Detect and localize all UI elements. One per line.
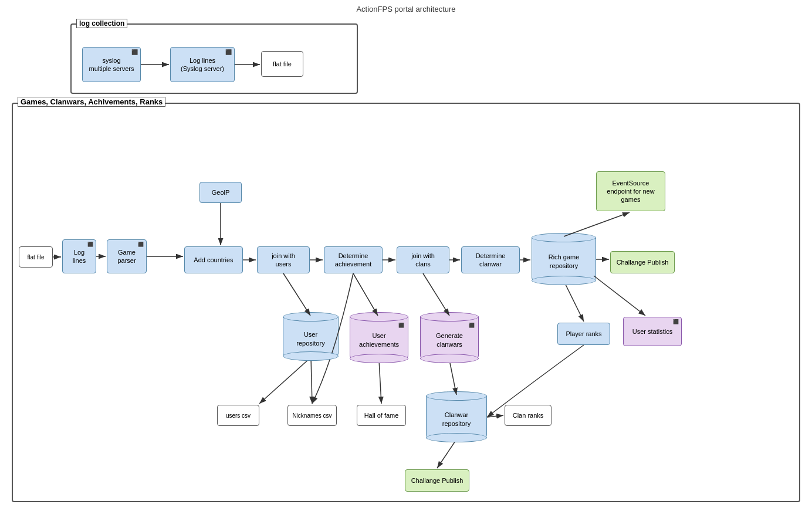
join-clans-node: join with clans	[397, 246, 449, 273]
determine-achievement-node: Determine achievement	[324, 246, 383, 273]
syslog-node: ⬛ syslog multiple servers	[82, 47, 141, 82]
determine-clanwar-node: Determine clanwar	[461, 246, 520, 273]
main-box: Games, Clanwars, Achivements, Ranks	[12, 103, 800, 502]
challenge-publish-top-node: Challange Publish	[610, 251, 675, 273]
log-collection-label: log collection	[76, 19, 127, 28]
user-achievements-node: ⬛ User achievements	[350, 317, 408, 359]
users-csv-node: users csv	[217, 405, 259, 426]
flat-file-main-node: flat file	[19, 246, 53, 268]
join-users-node: join with users	[257, 246, 310, 273]
generate-clanwars-node: ⬛ Generate clanwars	[420, 317, 479, 359]
player-ranks-node: Player ranks	[557, 323, 610, 345]
page-title: ActionFPS portal architecture	[0, 0, 812, 16]
doc-icon-gameparsr: ⬛	[138, 242, 144, 248]
clanwar-repo-node: Clanwar repository	[426, 396, 487, 438]
eventsource-node: EventSource endpoint for new games	[596, 171, 665, 211]
doc-icon-syslog: ⬛	[131, 49, 138, 56]
rich-game-repo-node: Rich game repository	[532, 238, 596, 281]
main-box-label: Games, Clanwars, Achivements, Ranks	[18, 97, 165, 107]
doc-icon-userstats: ⬛	[673, 319, 679, 325]
doc-icon-loglines: ⬛	[225, 49, 232, 56]
game-parser-node: ⬛ Game parser	[107, 239, 147, 273]
doc-icon-loglines-main: ⬛	[87, 242, 93, 248]
hall-of-fame-node: Hall of fame	[357, 405, 406, 426]
user-repository-node: User repository	[283, 317, 339, 357]
clan-ranks-node: Clan ranks	[505, 405, 552, 426]
challenge-publish-bottom-node: Challange Publish	[405, 469, 469, 492]
doc-icon-userachieve: ⬛	[398, 323, 404, 329]
nicknames-csv-node: Nicknames csv	[287, 405, 337, 426]
geoip-node: GeolP	[199, 182, 242, 203]
user-statistics-node: ⬛ User statistics	[623, 317, 682, 346]
log-lines-main-node: ⬛ Log lines	[62, 239, 96, 273]
add-countries-node: Add countries	[184, 246, 243, 273]
doc-icon-genclanwar: ⬛	[469, 323, 475, 329]
log-lines-top-node: ⬛ Log lines (Syslog server)	[170, 47, 235, 82]
flat-file-top-node: flat file	[261, 51, 303, 77]
diagram-area: log collection ⬛ syslog multiple servers…	[6, 18, 806, 505]
